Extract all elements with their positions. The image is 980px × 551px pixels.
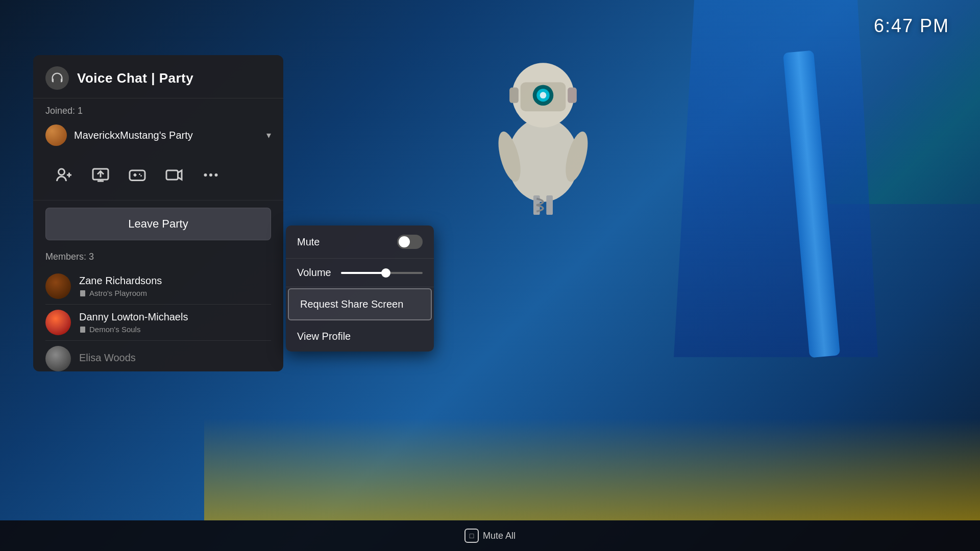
svg-point-23 [140,175,142,177]
avatar [45,310,71,335]
camera-button[interactable] [156,159,192,191]
request-share-screen-item[interactable]: Request Share Screen [288,288,432,320]
volume-fill [341,272,386,274]
svg-rect-24 [166,170,178,180]
members-label: Members: 3 [33,247,283,268]
voice-chat-panel: Voice Chat | Party Joined: 1 MaverickxMu… [33,55,283,371]
volume-label: Volume [297,267,333,279]
avatar [45,346,71,371]
view-profile-item[interactable]: View Profile [286,321,434,352]
mute-toggle-row[interactable]: Mute [286,226,434,259]
leave-party-button[interactable]: Leave Party [45,208,271,240]
member-item[interactable]: Danny Lowton-Michaels Demon's Souls [33,305,283,340]
more-button[interactable] [192,159,229,191]
member-name: Zane Richardsons [79,275,271,287]
leave-party-label: Leave Party [128,217,188,230]
volume-slider[interactable] [341,272,423,274]
panel-header: Voice Chat | Party [33,55,283,98]
square-button[interactable]: □ [464,529,479,543]
bg-floor [204,418,980,520]
svg-point-12 [59,169,65,175]
party-selector[interactable]: MaverickxMustang's Party ▾ [33,120,283,150]
action-row [33,150,283,201]
member-name: Danny Lowton-Michaels [79,311,271,323]
screen-share-button[interactable] [82,159,119,191]
mute-all-action[interactable]: □ Mute All [464,529,516,543]
member-item[interactable]: Elisa Woods [33,341,283,371]
toggle-knob [399,236,410,247]
context-menu: Mute Volume Request Share Screen View Pr… [286,226,434,352]
svg-rect-19 [130,170,145,181]
bottom-bar: □ Mute All [0,520,980,551]
panel-title: Voice Chat | Party [77,70,193,86]
bg-structure [674,0,878,357]
volume-row: Volume [286,259,434,287]
bg-robot [477,31,609,224]
svg-rect-7 [568,87,577,103]
joined-label: Joined: 1 [33,98,283,120]
svg-point-22 [139,173,140,175]
svg-point-5 [540,92,547,98]
mute-all-label: Mute All [483,531,516,541]
avatar [45,273,71,299]
svg-rect-28 [80,290,85,296]
svg-point-26 [209,173,212,177]
chevron-down-icon: ▾ [266,130,271,141]
member-game: Astro's Playroom [79,289,271,297]
member-name: Elisa Woods [79,352,271,364]
member-info: Zane Richardsons Astro's Playroom [79,275,271,297]
member-info: Elisa Woods [79,352,271,366]
volume-knob [381,268,390,278]
party-name: MaverickxMustang's Party [74,130,259,141]
svg-rect-11 [546,195,553,215]
party-avatar [45,124,67,146]
mute-toggle[interactable] [397,235,423,249]
member-info: Danny Lowton-Michaels Demon's Souls [79,311,271,334]
game-button[interactable] [119,159,156,191]
request-share-screen-label: Request Share Screen [300,298,403,310]
member-game: Demon's Souls [79,325,271,334]
svg-point-27 [215,173,218,177]
clock: 6:47 PM [874,15,949,37]
svg-rect-6 [509,87,519,103]
svg-point-25 [204,173,207,177]
mute-label: Mute [297,236,320,248]
member-item[interactable]: Zane Richardsons Astro's Playroom [33,268,283,304]
voice-chat-icon [45,66,69,90]
view-profile-label: View Profile [297,331,351,342]
add-friend-button[interactable] [45,159,82,191]
svg-rect-29 [80,327,85,333]
